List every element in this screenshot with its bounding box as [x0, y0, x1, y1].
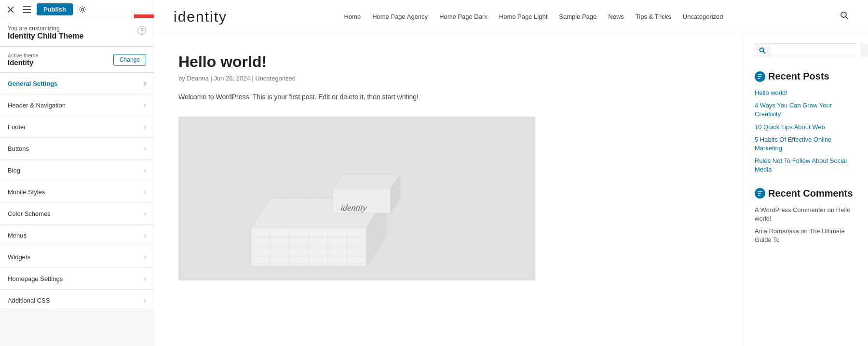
sidebar-item-general-settings[interactable]: General Settings›	[0, 73, 154, 94]
help-icon[interactable]: ?	[137, 26, 146, 35]
sidebar-item-footer[interactable]: Footer›	[0, 116, 154, 138]
svg-rect-3	[23, 9, 31, 10]
gear-button[interactable]	[76, 3, 89, 16]
sidebar-item-menus[interactable]: Menus›	[0, 225, 154, 246]
search-button[interactable]: Search	[861, 44, 868, 57]
theme-name: Identity Child Theme	[8, 32, 83, 40]
nav-link-home-page-light[interactable]: Home Page Light	[499, 13, 547, 20]
recent-comment-item: Ania Romańska on The Ultimate Guide To	[755, 227, 856, 244]
chevron-right-icon: ›	[144, 231, 146, 239]
recent-post-item[interactable]: 5 Habits Of Effective Online Marketing	[755, 135, 856, 153]
sidebar-item-homepage-settings[interactable]: Homepage Settings›	[0, 268, 154, 290]
customizing-section: You are customizing Identity Child Theme…	[0, 19, 154, 47]
svg-line-38	[763, 51, 766, 53]
sidebar-item-blog[interactable]: Blog›	[0, 160, 154, 181]
site-nav: HomeHome Page AgencyHome Page DarkHome P…	[344, 13, 723, 20]
chevron-right-icon: ›	[144, 80, 146, 87]
reorder-button[interactable]	[20, 3, 34, 16]
nav-link-uncategorized[interactable]: Uncategorized	[683, 13, 723, 20]
sidebar-item-color-schemes[interactable]: Color Schemes›	[0, 203, 154, 225]
preview-area: identity HomeHome Page AgencyHome Page D…	[154, 0, 868, 346]
svg-point-5	[81, 8, 83, 11]
recent-posts-icon	[755, 71, 765, 82]
active-theme-section: Active theme Identity Change	[0, 47, 154, 73]
top-bar: Publish	[0, 0, 154, 19]
recent-comment-item: A WordPress Commenter on Hello world!	[755, 206, 856, 223]
nav-link-news[interactable]: News	[608, 13, 624, 20]
site-logo: identity	[174, 9, 227, 25]
svg-rect-4	[23, 12, 31, 13]
article-area: Hello world! by Deanna | Jun 26, 2024 | …	[154, 34, 743, 346]
recent-post-item[interactable]: 10 Quick Tips About Web	[755, 123, 856, 132]
svg-point-37	[760, 48, 764, 52]
main-content: Hello world! by Deanna | Jun 26, 2024 | …	[154, 34, 868, 346]
chevron-right-icon: ›	[144, 275, 146, 282]
post-meta: by Deanna | Jun 26, 2024 | Uncategorized	[178, 75, 719, 82]
chevron-right-icon: ›	[144, 188, 146, 196]
recent-posts-title: Recent Posts	[755, 71, 856, 82]
post-image: identity	[178, 117, 535, 280]
svg-point-8	[841, 12, 846, 17]
publish-button[interactable]: Publish	[37, 3, 73, 15]
close-button[interactable]	[4, 3, 17, 16]
chevron-right-icon: ›	[144, 210, 146, 217]
nav-link-home[interactable]: Home	[344, 13, 361, 20]
sidebar-item-buttons[interactable]: Buttons›	[0, 138, 154, 160]
chevron-right-icon: ›	[144, 145, 146, 152]
sidebar-item-header-navigation[interactable]: Header & Navigation›	[0, 94, 154, 116]
chevron-right-icon: ›	[144, 101, 146, 109]
recent-comments-title: Recent Comments	[755, 188, 856, 199]
nav-link-sample-page[interactable]: Sample Page	[559, 13, 597, 20]
recent-posts-list: Hello world!4 Ways You Can Grow Your Cre…	[755, 89, 856, 174]
recent-post-item[interactable]: Hello world!	[755, 89, 856, 97]
recent-post-item[interactable]: Rules Not To Follow About Social Media	[755, 157, 856, 174]
menu-list: General Settings›Header & Navigation›Foo…	[0, 73, 154, 346]
nav-link-home-page-agency[interactable]: Home Page Agency	[372, 13, 428, 20]
svg-line-9	[846, 17, 849, 20]
chevron-right-icon: ›	[144, 253, 146, 261]
chevron-right-icon: ›	[144, 123, 146, 131]
sidebar-item-widgets[interactable]: Widgets›	[0, 246, 154, 268]
post-title: Hello world!	[178, 53, 719, 71]
search-widget: Search	[755, 43, 856, 57]
sidebar: Search Recent Posts Hello world!4 Ways Y…	[743, 34, 868, 346]
chevron-right-icon: ›	[144, 166, 146, 174]
nav-link-home-page-dark[interactable]: Home Page Dark	[439, 13, 488, 20]
post-excerpt: Welcome to WordPress. This is your first…	[178, 92, 719, 102]
active-theme-name: Identity	[8, 58, 39, 67]
recent-comments-list: A WordPress Commenter on Hello world!Ani…	[755, 206, 856, 245]
search-icon[interactable]	[840, 11, 849, 22]
svg-rect-2	[23, 6, 31, 7]
nav-link-tips-&-tricks[interactable]: Tips & Tricks	[636, 13, 671, 20]
change-theme-button[interactable]: Change	[113, 54, 146, 66]
sidebar-item-mobile-styles[interactable]: Mobile Styles›	[0, 181, 154, 203]
svg-text:identity: identity	[340, 203, 368, 213]
search-icon-widget	[755, 44, 770, 57]
chevron-right-icon: ›	[144, 296, 146, 304]
site-header: identity HomeHome Page AgencyHome Page D…	[154, 0, 868, 34]
active-theme-label: Active theme	[8, 53, 39, 58]
recent-post-item[interactable]: 4 Ways You Can Grow Your Creativity	[755, 101, 856, 119]
recent-comments-icon	[755, 188, 765, 199]
customizing-label: You are customizing	[8, 25, 83, 32]
search-input[interactable]	[770, 44, 861, 57]
svg-marker-30	[333, 174, 400, 189]
sidebar-item-additional-css[interactable]: Additional CSS›	[0, 290, 154, 311]
